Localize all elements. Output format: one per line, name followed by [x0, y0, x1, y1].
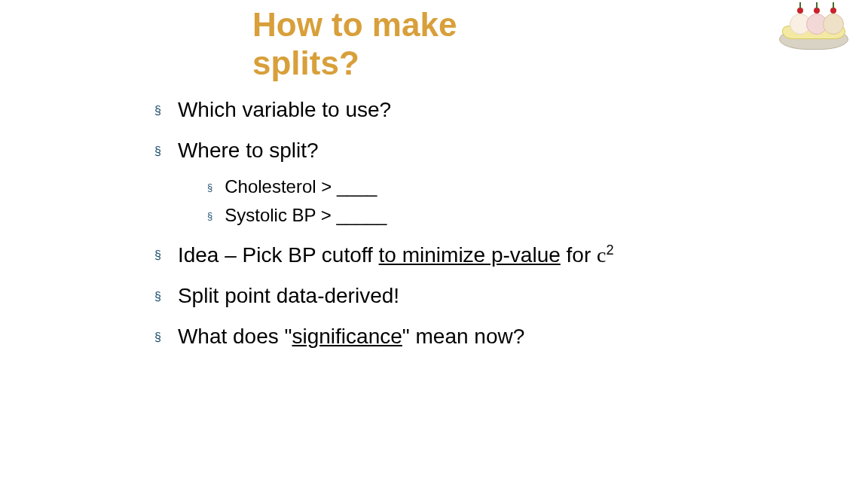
- sub-bullet-item: § Cholesterol > ____: [207, 176, 833, 197]
- cherry-icon: [814, 8, 820, 14]
- text-part: Idea – Pick BP cutoff: [178, 243, 379, 267]
- sub-bullet-item: § Systolic BP > _____: [207, 205, 833, 226]
- bullet-item: § Which variable to use?: [154, 98, 833, 122]
- title-line-2: splits?: [252, 44, 359, 81]
- bullet-marker-icon: §: [154, 145, 161, 158]
- bullet-item: § What does "significance" mean now?: [154, 325, 833, 349]
- title-line-1: How to make: [252, 6, 457, 43]
- bullet-marker-icon: §: [154, 104, 161, 117]
- bullet-item: § Split point data-derived!: [154, 284, 833, 308]
- cherry-icon: [830, 8, 836, 14]
- underlined-text: significance: [292, 325, 402, 348]
- superscript: 2: [606, 242, 613, 258]
- banana-split-image: [772, 0, 854, 60]
- slide: How to make splits? § Which variable to …: [0, 0, 868, 488]
- bullet-text: Idea – Pick BP cutoff to minimize p-valu…: [178, 242, 833, 267]
- bullet-text: Split point data-derived!: [178, 284, 833, 308]
- bullet-marker-icon: §: [207, 210, 212, 221]
- bullet-marker-icon: §: [154, 331, 161, 344]
- underlined-text: to minimize p-value: [379, 243, 561, 267]
- sub-bullet-text: Cholesterol > ____: [225, 176, 377, 197]
- text-part: " mean now?: [402, 325, 524, 348]
- bullet-item: § Idea – Pick BP cutoff to minimize p-va…: [154, 242, 833, 267]
- cherry-icon: [797, 8, 803, 14]
- bullet-marker-icon: §: [154, 249, 161, 262]
- bullet-text: Where to split?: [178, 139, 833, 163]
- bullet-list: § Which variable to use? § Where to spli…: [154, 98, 833, 365]
- sub-bullet-text: Systolic BP > _____: [225, 205, 387, 226]
- bullet-marker-icon: §: [154, 290, 161, 303]
- bullet-marker-icon: §: [207, 181, 212, 193]
- stem-icon: [816, 2, 818, 8]
- bullet-item: § Where to split?: [154, 139, 833, 163]
- text-part: for: [561, 243, 597, 267]
- bullet-text: Which variable to use?: [178, 98, 833, 122]
- stem-icon: [833, 2, 834, 8]
- sub-bullet-group: § Cholesterol > ____ § Systolic BP > ___…: [207, 176, 833, 226]
- scoop-icon: [823, 14, 844, 35]
- bullet-text: What does "significance" mean now?: [178, 325, 833, 349]
- slide-title: How to make splits?: [252, 6, 457, 82]
- chi-symbol: c: [597, 243, 606, 267]
- text-part: What does ": [178, 325, 292, 348]
- stem-icon: [799, 2, 801, 8]
